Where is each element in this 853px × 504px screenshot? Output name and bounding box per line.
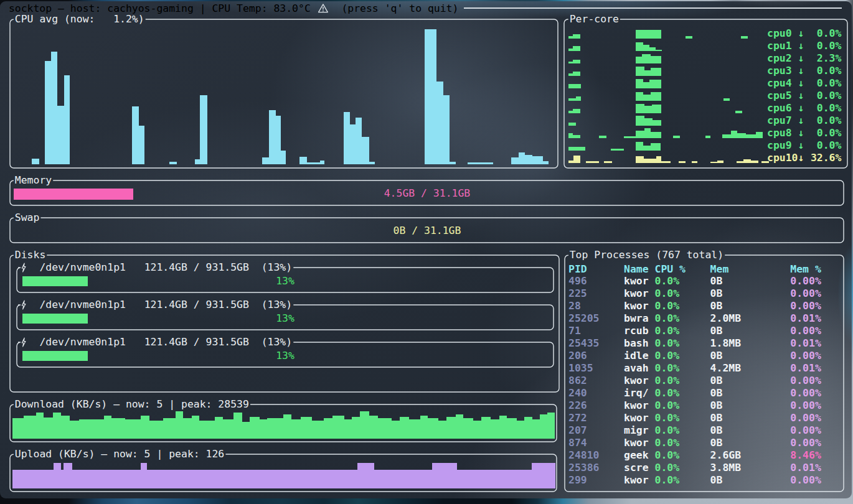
cpu-history-bar	[436, 82, 443, 164]
process-cell: kwor	[624, 412, 649, 424]
process-cell: 0B	[710, 399, 723, 412]
download-history-bar	[183, 418, 192, 439]
per-core-sparkline-bar	[573, 46, 580, 51]
download-history-bar	[332, 416, 344, 439]
swap-panel-title: Swap	[15, 212, 40, 224]
process-cell: 0.0%	[655, 449, 680, 462]
per-core-sparkline-bar	[652, 105, 661, 113]
process-cell: 862	[568, 375, 587, 387]
per-core-sparkline-bar	[643, 45, 649, 51]
cpu-history-bar	[525, 155, 532, 164]
per-core-sparkline-bar	[722, 134, 731, 138]
process-cell: kwor	[624, 399, 649, 412]
download-history-bar	[36, 413, 44, 439]
per-core-sparkline-bar	[651, 143, 661, 151]
per-core-sparkline-bar	[756, 132, 763, 138]
process-cell: 0B	[710, 437, 723, 449]
process-cell: 0.00%	[790, 474, 821, 487]
per-core-sparkline-bar	[743, 159, 751, 163]
process-cell: 225	[568, 287, 587, 300]
per-core-sparkline-bar	[611, 149, 624, 151]
per-core-sparkline-bar	[604, 161, 612, 163]
lightning-icon	[20, 300, 27, 310]
process-cell: 0.01%	[790, 462, 821, 474]
process-cell: 0B	[710, 350, 723, 362]
per-core-sparkline-bar	[644, 106, 652, 113]
per-core-sparkline-bar	[568, 62, 573, 63]
process-cell: 0.00%	[790, 399, 821, 412]
cpu-history-bar	[64, 75, 70, 164]
per-core-sparkline-bar	[649, 47, 656, 51]
upload-history-bar	[12, 470, 555, 488]
process-cell: 4.2MB	[710, 362, 741, 375]
per-core-label-cpu5: cpu5	[767, 90, 792, 102]
download-history-bar	[491, 419, 499, 439]
download-history-bar	[61, 416, 70, 439]
per-core-sparkline-bar	[573, 109, 580, 113]
download-history-bar	[532, 419, 540, 439]
panels-layer: CPU avg (now: 1.2%)Per-corecpu0↓0.0%cpu1…	[0, 0, 852, 497]
per-core-sparkline-bar	[673, 136, 680, 138]
cpu-avg-panel-border	[9, 19, 558, 169]
per-core-sparkline-bar	[573, 34, 580, 39]
process-cell: kwor	[624, 275, 649, 287]
lightning-icon	[20, 337, 27, 347]
per-core-sparkline-bar	[573, 72, 580, 76]
download-history-bar	[344, 419, 352, 439]
per-core-sparkline-bar	[686, 36, 692, 39]
cpu-history-bar	[281, 151, 286, 164]
per-core-value-cpu0: 0.0%	[804, 27, 841, 40]
per-core-value-cpu8: 0.0%	[804, 127, 841, 139]
process-cell: kwor	[624, 287, 649, 300]
per-core-sparkline-bar	[737, 161, 743, 163]
per-core-label-cpu4: cpu4	[767, 77, 792, 90]
download-history-bar	[12, 418, 24, 439]
process-cell: 0.00%	[790, 325, 821, 337]
cpu-history-bar	[362, 137, 369, 164]
cpu-history-bar	[195, 159, 200, 164]
per-core-sparkline-bar	[636, 142, 643, 151]
process-column-header: CPU %	[655, 263, 686, 276]
per-core-sparkline-bar	[636, 92, 643, 101]
screen: socktop — host: cachyos-gaming | CPU Tem…	[0, 0, 853, 504]
download-history-bar	[44, 418, 53, 439]
process-cell: 0B	[710, 300, 723, 312]
per-core-sparkline-bar	[636, 131, 644, 138]
down-arrow-icon: ↓	[798, 127, 804, 139]
process-cell: 28	[568, 300, 581, 312]
per-core-sparkline-bar	[644, 159, 656, 163]
terminal-window[interactable]: socktop — host: cachyos-gaming | CPU Tem…	[0, 1, 852, 498]
upload-history-bar	[64, 463, 72, 488]
process-cell: 25386	[568, 462, 599, 474]
process-cell: 0.01%	[790, 362, 821, 375]
process-cell: 272	[568, 412, 587, 424]
process-column-header: Mem %	[790, 263, 821, 276]
process-cell: 0.00%	[790, 300, 821, 312]
per-core-sparkline-bar	[576, 96, 581, 101]
per-core-sparkline-bar	[643, 95, 651, 101]
per-core-sparkline-bar	[717, 161, 723, 163]
process-cell: kwor	[624, 300, 649, 312]
process-cell: 2.0MB	[710, 312, 741, 325]
download-history-bar	[242, 422, 250, 439]
process-cell: 0.0%	[655, 437, 680, 449]
memory-panel-title: Memory	[15, 174, 52, 187]
per-core-sparkline-bar	[573, 156, 580, 163]
process-cell: 0B	[710, 375, 723, 387]
download-history-bar	[540, 414, 547, 439]
per-core-value-cpu7: 0.0%	[804, 114, 841, 127]
process-cell: 0B	[710, 474, 723, 487]
down-arrow-icon: ↓	[798, 40, 804, 52]
download-history-bar	[163, 418, 176, 439]
per-core-value-cpu9: 0.0%	[804, 139, 841, 152]
per-core-sparkline-bar	[643, 146, 651, 151]
download-panel-title: Download (KB/s) — now: 5 | peak: 28539	[15, 398, 249, 411]
process-cell: 0.00%	[790, 412, 821, 424]
process-column-header: PID	[568, 263, 587, 276]
disk-usage-percent: 13%	[276, 350, 295, 362]
per-core-label-cpu10: cpu10	[767, 152, 798, 164]
process-cell: 0.0%	[655, 412, 680, 424]
cpu-history-bar	[269, 110, 276, 164]
process-cell: 0.0%	[655, 462, 680, 474]
download-history-bar	[260, 419, 267, 439]
